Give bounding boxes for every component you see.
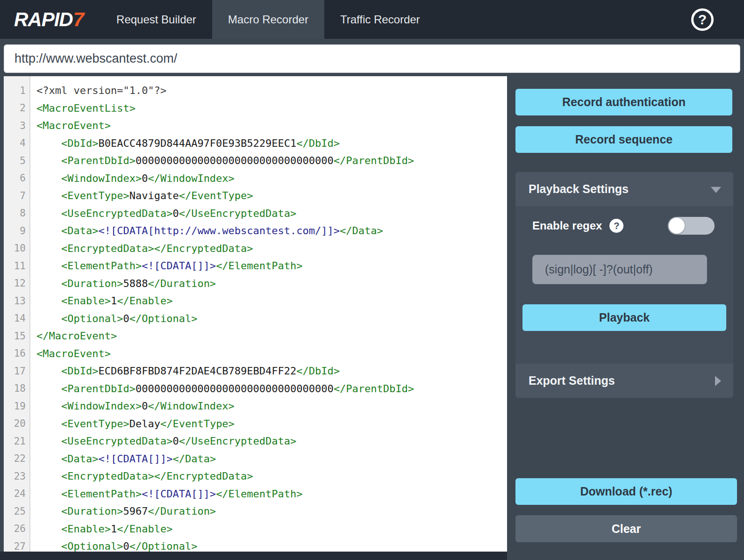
line-number: 2 bbox=[4, 102, 30, 114]
code-line: 25 <Duration>5967</Duration> bbox=[4, 503, 507, 520]
code-text: <WindowIndex>0</WindowIndex> bbox=[30, 400, 235, 412]
line-number: 4 bbox=[4, 137, 30, 149]
export-settings-title: Export Settings bbox=[529, 374, 615, 388]
code-text: <DbId>ECD6BF8FBD874F2DAE4CB789EBD4FF22</… bbox=[30, 365, 340, 377]
code-text: <Enable>1</Enable> bbox=[30, 523, 172, 535]
record-authentication-button[interactable]: Record authentication bbox=[515, 89, 732, 115]
code-line: 18 <ParentDbId>0000000000000000000000000… bbox=[4, 380, 507, 398]
code-line: 26 <Enable>1</Enable> bbox=[4, 520, 507, 538]
code-line: 20 <EventType>Delay</EventType> bbox=[4, 415, 507, 433]
code-text: <EncryptedData></EncryptedData> bbox=[30, 470, 253, 482]
line-number: 15 bbox=[4, 330, 30, 342]
code-text: <Data><![CDATA[]]></Data> bbox=[30, 453, 216, 465]
code-text: <ElementPath><![CDATA[]]></ElementPath> bbox=[30, 260, 303, 272]
line-number: 13 bbox=[4, 295, 30, 307]
playback-button[interactable]: Playback bbox=[522, 304, 726, 331]
regex-help-icon[interactable]: ? bbox=[609, 219, 623, 233]
logo-word: RAPID bbox=[14, 8, 73, 31]
code-text: <Optional>0</Optional> bbox=[30, 313, 197, 324]
regex-pattern-input[interactable] bbox=[532, 255, 707, 284]
code-text: <Optional>0</Optional> bbox=[30, 540, 197, 552]
url-input[interactable] bbox=[4, 44, 740, 73]
code-line: 4 <DbId>B0EACC4879D844AA97F0E93B5229EEC1… bbox=[4, 135, 507, 152]
code-line: 23 <EncryptedData></EncryptedData> bbox=[4, 467, 507, 485]
code-lines: 1<?xml version="1.0"?>2<MacroEventList>3… bbox=[4, 76, 507, 552]
macro-xml-editor[interactable]: 1<?xml version="1.0"?>2<MacroEventList>3… bbox=[4, 76, 507, 552]
chevron-right-icon bbox=[715, 376, 721, 386]
code-text: <MacroEvent> bbox=[30, 348, 111, 359]
line-number: 21 bbox=[4, 436, 30, 447]
top-navbar: RAPID7 Request Builder Macro Recorder Tr… bbox=[0, 0, 744, 39]
download-rec-button[interactable]: Download (*.rec) bbox=[515, 478, 737, 505]
playback-settings-header[interactable]: Playback Settings bbox=[515, 172, 733, 206]
code-line: 17 <DbId>ECD6BF8FBD874F2DAE4CB789EBD4FF2… bbox=[4, 362, 507, 380]
record-sequence-button[interactable]: Record sequence bbox=[515, 126, 732, 153]
tab-traffic-recorder[interactable]: Traffic Recorder bbox=[324, 0, 436, 39]
code-text: <MacroEventList> bbox=[30, 102, 136, 114]
help-icon[interactable]: ? bbox=[691, 8, 714, 31]
line-number: 25 bbox=[4, 506, 30, 517]
line-number: 11 bbox=[4, 260, 30, 272]
line-number: 22 bbox=[4, 453, 30, 464]
code-line: 21 <UseEncryptedData>0</UseEncryptedData… bbox=[4, 432, 507, 450]
toggle-knob bbox=[669, 218, 685, 234]
line-number: 7 bbox=[4, 190, 30, 201]
code-line: 10 <EncryptedData></EncryptedData> bbox=[4, 240, 507, 258]
code-text: <Duration>5967</Duration> bbox=[30, 505, 216, 517]
line-number: 9 bbox=[4, 225, 30, 237]
logo-seven: 7 bbox=[73, 8, 84, 31]
tab-label: Macro Recorder bbox=[228, 13, 308, 26]
code-line: 1<?xml version="1.0"?> bbox=[4, 82, 507, 100]
code-line: 9 <Data><![CDATA[http://www.webscantest.… bbox=[4, 222, 507, 240]
code-text: <UseEncryptedData>0</UseEncryptedData> bbox=[30, 208, 296, 219]
enable-regex-toggle[interactable] bbox=[668, 217, 715, 235]
line-number: 17 bbox=[4, 366, 30, 377]
code-line: 11 <ElementPath><![CDATA[]]></ElementPat… bbox=[4, 257, 507, 275]
line-number: 26 bbox=[4, 523, 30, 534]
code-text: <EventType>Delay</EventType> bbox=[30, 418, 235, 430]
line-number: 5 bbox=[4, 155, 30, 166]
line-number: 3 bbox=[4, 120, 30, 131]
code-line: 19 <WindowIndex>0</WindowIndex> bbox=[4, 397, 507, 415]
line-number: 23 bbox=[4, 471, 30, 482]
code-text: <ParentDbId>0000000000000000000000000000… bbox=[30, 383, 414, 395]
line-number: 16 bbox=[4, 348, 30, 359]
code-line: 5 <ParentDbId>00000000000000000000000000… bbox=[4, 152, 507, 170]
code-line: 22 <Data><![CDATA[]]></Data> bbox=[4, 450, 507, 468]
line-number: 1 bbox=[4, 85, 30, 96]
code-text: <Enable>1</Enable> bbox=[30, 295, 172, 307]
export-settings-header[interactable]: Export Settings bbox=[515, 364, 733, 398]
code-text: <UseEncryptedData>0</UseEncryptedData> bbox=[30, 435, 296, 447]
line-number: 14 bbox=[4, 313, 30, 324]
enable-regex-row: Enable regex ? bbox=[532, 216, 715, 235]
line-number: 12 bbox=[4, 278, 30, 289]
line-number: 18 bbox=[4, 383, 30, 394]
code-text: <EventType>Navigate</EventType> bbox=[30, 190, 253, 201]
line-number: 8 bbox=[4, 208, 30, 219]
code-line: 7 <EventType>Navigate</EventType> bbox=[4, 187, 507, 205]
code-text: <ParentDbId>0000000000000000000000000000… bbox=[30, 155, 414, 166]
code-line: 8 <UseEncryptedData>0</UseEncryptedData> bbox=[4, 205, 507, 223]
code-line: 6 <WindowIndex>0</WindowIndex> bbox=[4, 170, 507, 187]
line-number: 24 bbox=[4, 488, 30, 499]
sidebar: Record authentication Record sequence Pl… bbox=[507, 76, 744, 560]
code-line: 24 <ElementPath><![CDATA[]]></ElementPat… bbox=[4, 485, 507, 503]
code-text: <MacroEvent> bbox=[30, 120, 111, 131]
code-line: 12 <Duration>5888</Duration> bbox=[4, 275, 507, 293]
code-text: <Data><![CDATA[http://www.webscantest.co… bbox=[30, 225, 383, 237]
code-line: 3<MacroEvent> bbox=[4, 117, 507, 135]
chevron-down-icon bbox=[711, 187, 721, 193]
tab-label: Traffic Recorder bbox=[340, 13, 420, 26]
clear-button[interactable]: Clear bbox=[515, 515, 737, 542]
line-number: 19 bbox=[4, 401, 30, 412]
tab-request-builder[interactable]: Request Builder bbox=[100, 0, 212, 39]
editor-bottom-strip bbox=[0, 552, 507, 560]
tab-macro-recorder[interactable]: Macro Recorder bbox=[212, 0, 324, 39]
playback-settings-title: Playback Settings bbox=[529, 182, 629, 196]
line-number: 20 bbox=[4, 418, 30, 429]
code-line: 13 <Enable>1</Enable> bbox=[4, 292, 507, 310]
code-line: 2<MacroEventList> bbox=[4, 100, 507, 117]
line-number: 10 bbox=[4, 243, 30, 254]
code-text: <?xml version="1.0"?> bbox=[30, 85, 166, 96]
code-text: <ElementPath><![CDATA[]]></ElementPath> bbox=[30, 488, 303, 500]
